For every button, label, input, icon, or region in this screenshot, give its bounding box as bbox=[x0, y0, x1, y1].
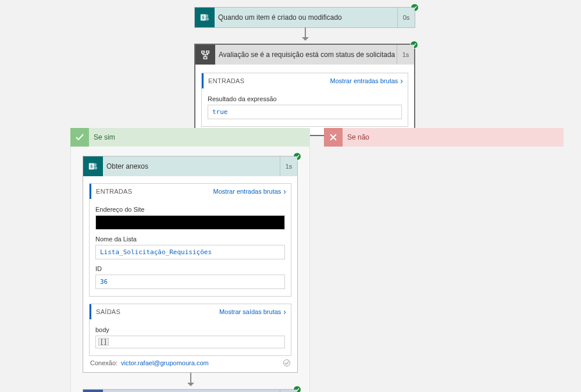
show-raw-inputs-link[interactable]: Mostrar entradas brutas › bbox=[330, 77, 403, 85]
if-yes-branch: Se sim S Obter anexos 1s EN bbox=[70, 128, 310, 392]
inputs-section: ENTRADAS Mostrar entradas brutas › Ender… bbox=[89, 183, 291, 297]
chevron-right-icon: › bbox=[283, 308, 286, 316]
expression-result-label: Resultado da expressão bbox=[208, 95, 402, 102]
svg-rect-6 bbox=[204, 57, 206, 59]
check-icon bbox=[70, 128, 89, 147]
site-address-label: Endereço do Site bbox=[95, 206, 285, 213]
section-label: SAÍDAS bbox=[96, 308, 120, 315]
section-label: ENTRADAS bbox=[208, 77, 244, 84]
body-value: [] bbox=[95, 336, 285, 348]
connector-arrow bbox=[305, 27, 306, 40]
if-yes-label: Se sim bbox=[89, 133, 115, 141]
svg-text:S: S bbox=[90, 165, 92, 169]
if-no-label: Se não bbox=[343, 133, 369, 141]
condition-title: Avaliação se é a requisição está com sta… bbox=[215, 51, 397, 59]
connection-label: Conexão: bbox=[90, 359, 117, 366]
svg-point-10 bbox=[94, 166, 97, 169]
chevron-right-icon: › bbox=[400, 77, 403, 85]
loop-icon bbox=[83, 390, 103, 392]
condition-duration: 1s bbox=[397, 45, 414, 65]
expression-result-value: true bbox=[208, 105, 402, 119]
list-name-value: Lista_Solicitação_Requisições bbox=[95, 245, 285, 259]
condition-icon bbox=[195, 45, 215, 65]
get-attachments-card[interactable]: S Obter anexos 1s ENTRADAS Mostrar entra… bbox=[83, 156, 298, 373]
sharepoint-icon: S bbox=[83, 156, 103, 176]
trigger-duration: 0s bbox=[397, 8, 415, 27]
show-raw-inputs-link[interactable]: Mostrar entradas brutas › bbox=[213, 187, 286, 195]
if-no-branch: Se não bbox=[324, 128, 564, 147]
svg-rect-4 bbox=[202, 51, 205, 54]
section-label: ENTRADAS bbox=[96, 188, 132, 195]
site-address-value bbox=[95, 215, 285, 230]
id-label: ID bbox=[95, 265, 285, 272]
connection-account-link[interactable]: victor.rafael@grupomoura.com bbox=[121, 359, 209, 366]
connector-arrow bbox=[190, 373, 191, 386]
apply-to-each-card[interactable]: Aplicar a cada 0s bbox=[83, 389, 298, 392]
svg-point-9 bbox=[94, 163, 97, 166]
trigger-card[interactable]: S Quando um item é criado ou modificado … bbox=[194, 7, 415, 28]
list-name-label: Nome da Lista bbox=[95, 236, 285, 243]
svg-rect-5 bbox=[206, 51, 209, 54]
svg-point-3 bbox=[206, 17, 209, 20]
svg-text:S: S bbox=[202, 16, 204, 20]
get-attachments-title: Obter anexos bbox=[103, 162, 280, 170]
connection-info: Conexão: victor.rafael@grupomoura.com bbox=[89, 356, 291, 368]
connection-ok-icon bbox=[283, 359, 290, 366]
chevron-right-icon: › bbox=[283, 187, 286, 195]
close-icon bbox=[324, 128, 343, 147]
condition-card[interactable]: Avaliação se é a requisição está com sta… bbox=[194, 44, 415, 136]
svg-point-2 bbox=[205, 15, 208, 17]
trigger-title: Quando um item é criado ou modificado bbox=[215, 13, 397, 22]
get-attachments-duration: 1s bbox=[280, 156, 297, 176]
condition-inputs-section: ENTRADAS Mostrar entradas brutas › Resul… bbox=[201, 73, 408, 127]
apply-to-each-duration: 0s bbox=[280, 390, 297, 392]
id-value: 36 bbox=[95, 275, 285, 289]
sharepoint-icon: S bbox=[195, 8, 215, 27]
outputs-section: SAÍDAS Mostrar saídas brutas › body [] bbox=[89, 304, 291, 356]
show-raw-outputs-link[interactable]: Mostrar saídas brutas › bbox=[219, 308, 286, 316]
body-label: body bbox=[95, 326, 285, 333]
